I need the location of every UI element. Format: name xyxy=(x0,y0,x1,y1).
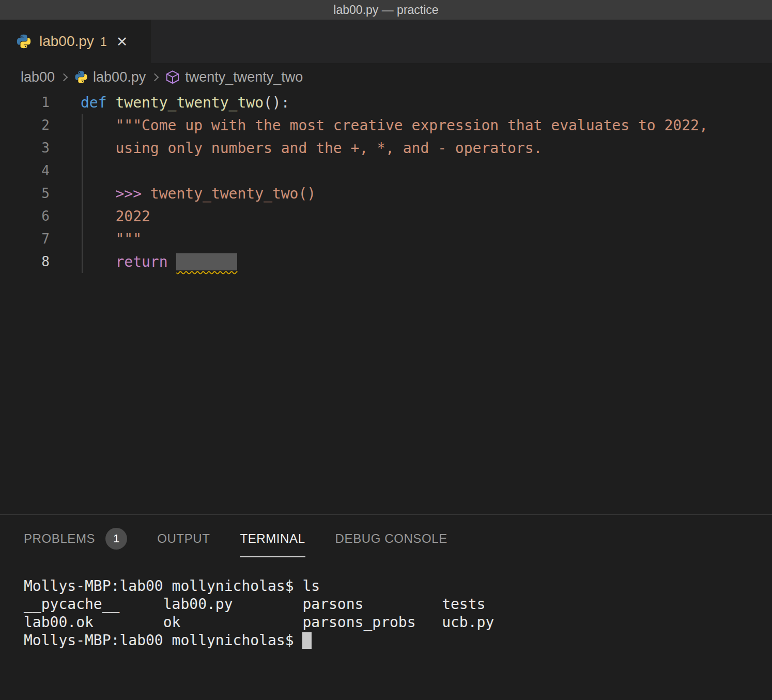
python-icon xyxy=(74,70,88,84)
terminal-cursor xyxy=(302,632,312,649)
code-token: (): xyxy=(264,94,290,111)
line-number: 3 xyxy=(0,140,50,156)
line-number: 6 xyxy=(0,208,50,224)
panel-tab-debug-console[interactable]: DEBUG CONSOLE xyxy=(335,515,447,562)
code-line[interactable]: 7 """ xyxy=(0,227,772,250)
code-line[interactable]: 6 2022 xyxy=(0,205,772,227)
breadcrumb: lab00 lab00.py twenty_twenty_two xyxy=(0,63,772,91)
terminal-line: Mollys-MBP:lab00 mollynicholas$ ls xyxy=(24,577,772,595)
code-token: twenty_twenty_two() xyxy=(142,185,316,202)
indent-guide xyxy=(82,114,83,273)
terminal-line: lab00.ok ok parsons_probs ucb.py xyxy=(24,613,772,631)
tab-problem-count: 1 xyxy=(100,35,107,49)
line-number: 4 xyxy=(0,163,50,178)
code-token: >>> xyxy=(115,185,142,202)
line-number: 5 xyxy=(0,186,50,201)
code-token: using only numbers and the +, *, and - o… xyxy=(81,140,542,157)
panel-tab-bar: PROBLEMS 1 OUTPUT TERMINAL DEBUG CONSOLE xyxy=(0,515,772,562)
vscode-window: lab00.py — practice lab00.py 1 ✕ lab00 l… xyxy=(0,0,772,649)
chevron-right-icon xyxy=(151,73,159,81)
code-line[interactable]: 3 using only numbers and the +, *, and -… xyxy=(0,136,772,159)
tab-lab00py[interactable]: lab00.py 1 ✕ xyxy=(0,20,151,63)
breadcrumb-folder[interactable]: lab00 xyxy=(21,69,55,85)
close-icon[interactable]: ✕ xyxy=(116,34,128,50)
error-placeholder xyxy=(176,253,237,270)
panel-tab-label: OUTPUT xyxy=(157,531,210,546)
panel-tab-problems[interactable]: PROBLEMS 1 xyxy=(24,515,127,562)
code-token: def xyxy=(81,94,107,111)
window-title: lab00.py — practice xyxy=(333,3,438,17)
editor-tab-bar: lab00.py 1 ✕ xyxy=(0,20,772,63)
code-line[interactable]: 1def twenty_twenty_two(): xyxy=(0,91,772,114)
chevron-right-icon xyxy=(60,73,68,81)
line-number: 8 xyxy=(0,254,50,269)
code-line[interactable]: 2 """Come up with the most creative expr… xyxy=(0,114,772,136)
breadcrumb-symbol[interactable]: twenty_twenty_two xyxy=(185,69,303,85)
breadcrumb-file[interactable]: lab00.py xyxy=(93,69,146,85)
code-token: """Come up with the most creative expres… xyxy=(81,117,708,134)
code-token: twenty_twenty_two xyxy=(115,94,264,111)
bottom-panel: PROBLEMS 1 OUTPUT TERMINAL DEBUG CONSOLE… xyxy=(0,515,772,649)
panel-tab-label: PROBLEMS xyxy=(24,531,95,546)
code-line[interactable]: 8 return xyxy=(0,250,772,273)
code-token xyxy=(81,253,115,270)
code-editor[interactable]: 1def twenty_twenty_two():2 """Come up wi… xyxy=(0,91,772,515)
code-token xyxy=(81,185,115,202)
code-line[interactable]: 5 >>> twenty_twenty_two() xyxy=(0,182,772,205)
panel-tab-terminal[interactable]: TERMINAL xyxy=(240,515,305,562)
problems-count-badge: 1 xyxy=(105,528,127,550)
panel-tab-output[interactable]: OUTPUT xyxy=(157,515,210,562)
line-number: 7 xyxy=(0,231,50,247)
terminal-line: Mollys-MBP:lab00 mollynicholas$ xyxy=(24,631,772,649)
code-token xyxy=(107,94,116,111)
panel-tab-label: DEBUG CONSOLE xyxy=(335,531,447,546)
title-bar[interactable]: lab00.py — practice xyxy=(0,0,772,20)
line-number: 2 xyxy=(0,117,50,133)
terminal-line: __pycache__ lab00.py parsons tests xyxy=(24,595,772,613)
code-token: return xyxy=(115,253,167,270)
code-line[interactable]: 4 xyxy=(0,159,772,182)
code-token: """ xyxy=(81,231,142,248)
code-token xyxy=(168,253,177,270)
tab-filename: lab00.py xyxy=(39,33,94,50)
python-icon xyxy=(16,33,32,50)
line-number: 1 xyxy=(0,95,50,110)
code-token: 2022 xyxy=(81,208,150,225)
symbol-method-icon xyxy=(165,69,180,85)
terminal-output[interactable]: Mollys-MBP:lab00 mollynicholas$ ls__pyca… xyxy=(0,562,772,649)
panel-tab-label: TERMINAL xyxy=(240,531,305,546)
